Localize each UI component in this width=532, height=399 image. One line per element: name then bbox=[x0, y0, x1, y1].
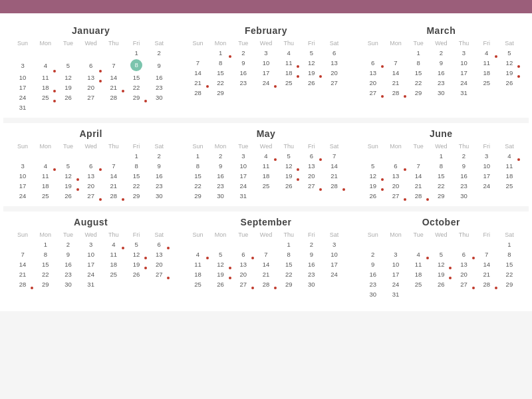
calendar-day[interactable]: 29 bbox=[209, 88, 232, 98]
calendar-day[interactable]: 23 bbox=[148, 82, 170, 92]
calendar-day[interactable]: 27 bbox=[80, 191, 102, 201]
calendar-day[interactable]: 5 bbox=[300, 48, 323, 58]
calendar-day[interactable]: 7 bbox=[102, 161, 125, 171]
calendar-day[interactable]: 23 bbox=[209, 181, 232, 191]
calendar-day[interactable]: 29 bbox=[125, 92, 148, 102]
calendar-day[interactable]: 4 bbox=[34, 161, 57, 171]
calendar-day[interactable]: 21 bbox=[255, 269, 277, 279]
calendar-day[interactable]: 9 bbox=[452, 161, 475, 171]
calendar-day[interactable]: 28 bbox=[102, 191, 125, 201]
calendar-day[interactable]: 22 bbox=[498, 269, 521, 279]
calendar-day[interactable] bbox=[475, 88, 498, 98]
calendar-day[interactable]: 22 bbox=[209, 78, 232, 88]
calendar-day[interactable] bbox=[80, 48, 102, 58]
calendar-day[interactable] bbox=[430, 289, 452, 299]
calendar-day[interactable]: 28 bbox=[255, 279, 277, 289]
calendar-day[interactable]: 3 bbox=[384, 249, 407, 259]
calendar-day[interactable]: 21 bbox=[186, 78, 209, 88]
calendar-day[interactable]: 1 bbox=[407, 48, 430, 58]
calendar-day[interactable]: 23 bbox=[232, 78, 255, 88]
calendar-day[interactable]: 12 bbox=[430, 259, 452, 269]
calendar-day[interactable]: 23 bbox=[362, 279, 384, 289]
calendar-day[interactable]: 11 bbox=[407, 259, 430, 269]
calendar-day[interactable]: 5 bbox=[125, 239, 148, 249]
calendar-day[interactable]: 1 bbox=[209, 48, 232, 58]
calendar-day[interactable]: 4 bbox=[277, 48, 300, 58]
calendar-day[interactable]: 5 bbox=[277, 151, 300, 161]
calendar-day[interactable] bbox=[11, 151, 34, 161]
calendar-day[interactable]: 27 bbox=[300, 181, 323, 191]
calendar-day[interactable]: 16 bbox=[209, 171, 232, 181]
calendar-day[interactable]: 15 bbox=[430, 171, 452, 181]
calendar-day[interactable]: 22 bbox=[277, 269, 300, 279]
calendar-day[interactable]: 24 bbox=[475, 181, 498, 191]
calendar-day[interactable] bbox=[475, 289, 498, 299]
calendar-day[interactable]: 20 bbox=[232, 269, 255, 279]
calendar-day[interactable] bbox=[323, 191, 345, 201]
calendar-day[interactable]: 30 bbox=[57, 279, 79, 289]
calendar-day[interactable]: 16 bbox=[232, 68, 255, 78]
calendar-day[interactable]: 29 bbox=[186, 191, 209, 201]
calendar-day[interactable]: 1 bbox=[430, 151, 452, 161]
calendar-day[interactable]: 15 bbox=[407, 68, 430, 78]
calendar-day[interactable]: 10 bbox=[11, 72, 34, 82]
calendar-day[interactable]: 23 bbox=[148, 181, 170, 191]
calendar-day[interactable]: 30 bbox=[452, 191, 475, 201]
calendar-day[interactable]: 12 bbox=[57, 72, 79, 82]
calendar-day[interactable]: 16 bbox=[57, 259, 79, 269]
calendar-day[interactable] bbox=[148, 279, 170, 289]
calendar-day[interactable]: 5 bbox=[362, 161, 384, 171]
calendar-day[interactable]: 18 bbox=[34, 181, 57, 191]
calendar-day[interactable]: 28 bbox=[102, 92, 125, 102]
calendar-day[interactable]: 27 bbox=[384, 191, 407, 201]
calendar-day[interactable]: 24 bbox=[11, 191, 34, 201]
calendar-day[interactable]: 25 bbox=[498, 181, 521, 191]
calendar-day[interactable]: 13 bbox=[452, 259, 475, 269]
calendar-day[interactable]: 6 bbox=[384, 161, 407, 171]
calendar-day[interactable]: 7 bbox=[186, 58, 209, 68]
calendar-day[interactable]: 6 bbox=[148, 239, 170, 249]
calendar-day[interactable]: 8 bbox=[498, 249, 521, 259]
calendar-day[interactable]: 2 bbox=[209, 151, 232, 161]
calendar-day[interactable] bbox=[102, 279, 125, 289]
calendar-day[interactable]: 20 bbox=[323, 68, 345, 78]
calendar-day[interactable]: 10 bbox=[232, 161, 255, 171]
calendar-day[interactable]: 14 bbox=[102, 171, 125, 181]
calendar-day[interactable]: 11 bbox=[186, 259, 209, 269]
calendar-day[interactable]: 17 bbox=[452, 68, 475, 78]
calendar-day[interactable]: 20 bbox=[80, 181, 102, 191]
calendar-day[interactable]: 12 bbox=[277, 161, 300, 171]
calendar-day[interactable]: 3 bbox=[452, 48, 475, 58]
calendar-day[interactable]: 10 bbox=[452, 58, 475, 68]
calendar-day[interactable]: 13 bbox=[80, 171, 102, 181]
calendar-day[interactable]: 18 bbox=[102, 259, 125, 269]
calendar-day[interactable]: 8 bbox=[186, 161, 209, 171]
calendar-day[interactable]: 19 bbox=[125, 259, 148, 269]
calendar-day[interactable]: 14 bbox=[384, 68, 407, 78]
calendar-day[interactable]: 17 bbox=[384, 269, 407, 279]
calendar-day[interactable] bbox=[255, 88, 277, 98]
calendar-day[interactable]: 21 bbox=[102, 82, 125, 92]
calendar-day[interactable]: 1 bbox=[498, 239, 521, 249]
calendar-day[interactable] bbox=[232, 239, 255, 249]
calendar-day[interactable]: 4 bbox=[475, 48, 498, 58]
calendar-day[interactable] bbox=[125, 102, 148, 112]
calendar-day[interactable]: 18 bbox=[277, 68, 300, 78]
calendar-day[interactable]: 31 bbox=[452, 88, 475, 98]
calendar-day[interactable]: 18 bbox=[186, 269, 209, 279]
calendar-day[interactable]: 17 bbox=[232, 171, 255, 181]
calendar-day[interactable]: 14 bbox=[255, 259, 277, 269]
calendar-day[interactable]: 17 bbox=[323, 259, 345, 269]
calendar-day[interactable] bbox=[300, 191, 323, 201]
calendar-day[interactable]: 23 bbox=[300, 269, 323, 279]
calendar-day[interactable]: 11 bbox=[255, 161, 277, 171]
calendar-day[interactable]: 27 bbox=[232, 279, 255, 289]
calendar-day[interactable]: 29 bbox=[277, 279, 300, 289]
calendar-day[interactable] bbox=[11, 239, 34, 249]
calendar-day[interactable] bbox=[498, 289, 521, 299]
calendar-day[interactable]: 8 bbox=[125, 161, 148, 171]
calendar-day[interactable]: 9 bbox=[362, 259, 384, 269]
calendar-day[interactable]: 13 bbox=[362, 68, 384, 78]
calendar-day[interactable]: 16 bbox=[148, 171, 170, 181]
calendar-day[interactable]: 13 bbox=[232, 259, 255, 269]
